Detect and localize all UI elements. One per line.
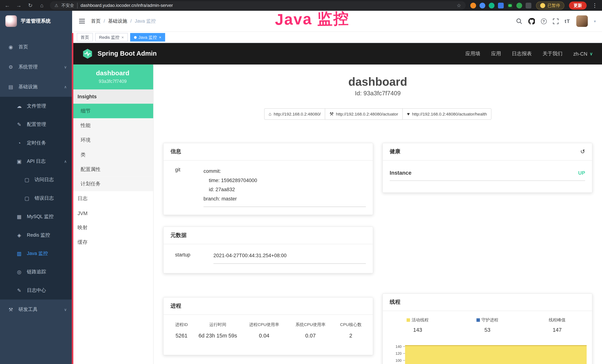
- card-title: 元数据: [163, 227, 373, 244]
- info-line: commit:: [204, 167, 366, 176]
- sba-item-jvm[interactable]: JVM: [72, 206, 153, 221]
- sidebar-item-log-center[interactable]: ✎ 日志中心: [0, 281, 72, 300]
- sidebar-item-redis[interactable]: ◈ Redis 监控: [0, 226, 72, 244]
- app-logo: [5, 15, 17, 27]
- sidebar-item-config[interactable]: ✎ 配置管理: [0, 115, 72, 134]
- avatar-caret-icon[interactable]: ▾: [594, 19, 596, 23]
- sidebar-item-file[interactable]: ☁ 文件管理: [0, 97, 72, 115]
- browser-menu-kebab-icon[interactable]: ⋮: [591, 2, 598, 8]
- sba-nav-about[interactable]: 关于我们: [542, 50, 562, 57]
- tab-close-icon[interactable]: ×: [121, 35, 124, 40]
- forward-button[interactable]: →: [15, 2, 22, 8]
- app-logo-row[interactable]: 芋道管理系统: [0, 11, 72, 32]
- help-icon[interactable]: ?: [541, 18, 547, 24]
- process-card: 进程 进程ID 5261 运行时间 6d 23h 15m 5: [163, 297, 373, 355]
- breadcrumb-item-infra[interactable]: 基础设施: [108, 18, 127, 24]
- sidebar-item-system[interactable]: ⚙ 系统管理 ∨: [0, 57, 72, 77]
- legend-swatch-blue: [476, 318, 480, 322]
- process-col-value: 5261: [167, 332, 196, 339]
- sidebar-item-home[interactable]: ◉ 首页: [0, 37, 72, 57]
- back-button[interactable]: ←: [4, 2, 11, 8]
- metadata-card: 元数据 startup 2021-04-27T00:44:31.254+08:0…: [163, 227, 373, 274]
- chevron-down-icon: ∨: [64, 65, 67, 69]
- update-button[interactable]: 更新: [569, 1, 587, 9]
- sba-item-environment[interactable]: 环境: [72, 133, 153, 147]
- paused-badge[interactable]: 已暂停: [536, 1, 564, 9]
- bookmark-star-icon[interactable]: ☆: [457, 2, 461, 8]
- hamburger-button[interactable]: [78, 17, 86, 25]
- metadata-key: startup: [170, 252, 213, 264]
- extension-icon-4[interactable]: [498, 2, 504, 8]
- search-icon[interactable]: [516, 18, 522, 24]
- tools-icon: ⚒: [8, 307, 14, 312]
- extensions-row: [470, 2, 531, 8]
- sba-item-config-props[interactable]: 配置属性: [72, 162, 153, 177]
- home-button[interactable]: ⌂: [38, 2, 45, 8]
- breadcrumb-item-home[interactable]: 首页: [91, 18, 101, 24]
- reload-button[interactable]: ↻: [27, 2, 34, 8]
- sidebar-item-error-log[interactable]: ▢ 错误日志: [0, 189, 72, 207]
- threads-legend: 活动线程 143 守护进程: [383, 311, 592, 338]
- sba-item-details[interactable]: 细节: [72, 104, 153, 118]
- sidebar-item-mysql[interactable]: ▦ MySQL 监控: [0, 207, 72, 226]
- extension-icon-3[interactable]: [489, 2, 494, 8]
- app-shell: 芋道管理系统 ◉ 首页 ⚙ 系统管理 ∨ ▤ 基础设施 ∧: [0, 11, 602, 364]
- extension-icon-6[interactable]: [516, 2, 522, 8]
- link-home[interactable]: ⌂ http://192.168.0.2:48080/: [264, 108, 325, 120]
- sba-item-caches[interactable]: 缓存: [72, 235, 153, 250]
- locale-select[interactable]: zh-CN ∨: [573, 51, 593, 57]
- sidebar-item-java[interactable]: ▥ Java 监控: [0, 244, 72, 263]
- user-avatar[interactable]: [576, 15, 588, 27]
- sidebar-item-access-log[interactable]: ▢ 访问日志: [0, 171, 72, 189]
- sba-nav-applications[interactable]: 应用: [491, 50, 501, 57]
- sidebar-item-job[interactable]: ◔ 定时任务: [0, 134, 72, 152]
- link-actuator[interactable]: ⚒ http://192.168.0.2:48080/actuator: [325, 108, 403, 120]
- tab-label: 首页: [81, 34, 89, 40]
- sba-nav: 应用墙 应用 日志报表 关于我们 zh-CN ∨: [465, 50, 593, 57]
- tab-redis[interactable]: Redis 监控 ×: [95, 33, 128, 42]
- tab-home[interactable]: 首页: [77, 33, 93, 42]
- sba-item-logs[interactable]: 日志: [72, 191, 153, 206]
- sba-nav-journal[interactable]: 日志报表: [512, 50, 532, 57]
- edit-icon: ✎: [16, 121, 22, 127]
- process-col-header: 运行时间: [196, 322, 240, 327]
- annotation-highlight-line: [72, 33, 73, 364]
- dashboard-icon: ◉: [8, 44, 14, 50]
- instance-title: dashboard: [163, 75, 592, 88]
- chart-y-axis: 140 120 100: [383, 340, 405, 364]
- process-col-value: 0.07: [288, 332, 333, 339]
- sba-item-performance[interactable]: 性能: [72, 118, 153, 133]
- sidebar-item-label: 基础设施: [18, 84, 38, 90]
- extension-icon-1[interactable]: [470, 2, 476, 8]
- sba-item-classes[interactable]: 类: [72, 147, 153, 162]
- header-actions: ? tT ▾: [516, 15, 596, 27]
- github-icon[interactable]: [528, 18, 535, 24]
- address-bar[interactable]: ⚠ 不安全 dashboard.yudao.iocoder.cn/infra/a…: [50, 1, 466, 10]
- sba-frame: Spring Boot Admin 应用墙 应用 日志报表 关于我们 zh-CN…: [72, 43, 602, 364]
- sba-item-scheduled-tasks[interactable]: 计划任务: [72, 177, 153, 191]
- extension-icon-2[interactable]: [479, 2, 485, 8]
- info-value: commit: time: 1596289704000 id: 27aa832 …: [204, 167, 366, 207]
- sidebar-item-trace[interactable]: ◎ 链路追踪: [0, 263, 72, 281]
- sba-nav-wall[interactable]: 应用墙: [465, 50, 480, 57]
- extensions-puzzle-icon[interactable]: [526, 2, 531, 8]
- extension-icon-5[interactable]: [507, 2, 513, 8]
- tab-active-dot: [134, 36, 137, 39]
- cloud-icon: ☁: [16, 103, 22, 109]
- fullscreen-icon[interactable]: [553, 18, 559, 24]
- annotation-java-monitor-label: Java 监控: [275, 8, 350, 30]
- sidebar-item-api-log[interactable]: ▣ API 日志 ∧: [0, 152, 72, 171]
- tab-java[interactable]: Java 监控 ×: [130, 33, 165, 42]
- health-row: Instance UP: [390, 170, 585, 181]
- history-icon[interactable]: ↺: [580, 148, 585, 155]
- sba-item-mappings[interactable]: 映射: [72, 221, 153, 235]
- font-size-icon[interactable]: tT: [565, 18, 570, 24]
- legend-live-threads: 活动线程 143: [383, 317, 452, 333]
- link-health[interactable]: ♥ http://192.168.0.2:48080/actuator/heal…: [402, 108, 492, 120]
- sidebar-item-dev-tools[interactable]: ⚒ 研发工具 ∨: [0, 300, 72, 320]
- instance-header[interactable]: dashboard 93a3fc7f7409: [72, 64, 153, 90]
- process-col-value: 2: [333, 332, 369, 339]
- sidebar-item-infra[interactable]: ▤ 基础设施 ∧: [0, 77, 72, 97]
- tab-close-icon[interactable]: ×: [159, 35, 161, 40]
- pencil-icon: ✎: [16, 288, 22, 293]
